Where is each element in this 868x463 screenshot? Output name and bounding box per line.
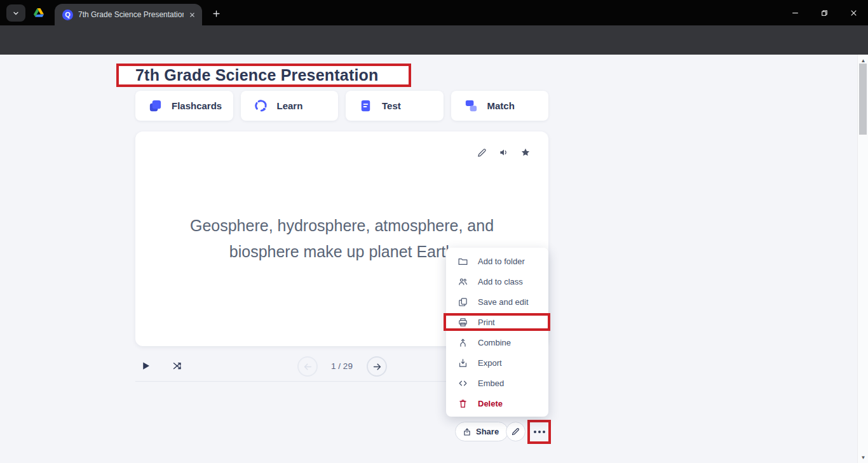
tab-title: 7th Grade Science Presentation	[78, 10, 184, 19]
set-title: 7th Grade Science Presentation	[135, 66, 379, 84]
card-counter: 1 / 29	[321, 361, 363, 371]
merge-icon	[458, 337, 468, 348]
audio-icon[interactable]	[498, 147, 510, 158]
minimize-button[interactable]	[780, 0, 810, 25]
shuffle-button[interactable]	[172, 360, 184, 372]
edit-card-icon[interactable]	[477, 147, 487, 158]
star-icon[interactable]	[520, 147, 531, 158]
menu-item-combine[interactable]: Combine	[446, 332, 548, 352]
window-controls	[780, 0, 868, 25]
users-icon	[458, 276, 468, 287]
flashcards-icon	[148, 98, 163, 113]
close-button[interactable]	[839, 0, 868, 25]
pinned-tab-drive[interactable]	[33, 7, 44, 18]
mode-label: Flashcards	[172, 100, 222, 111]
share-button[interactable]: Share	[455, 422, 508, 441]
title-annotation-box: 7th Grade Science Presentation	[116, 64, 411, 87]
study-modes: Flashcards Learn Test Match	[135, 91, 548, 121]
mode-label: Match	[487, 100, 515, 111]
pencil-icon	[511, 427, 520, 436]
next-card-button[interactable]	[367, 356, 387, 377]
dot-icon	[534, 431, 536, 433]
arrow-right-icon	[372, 361, 383, 372]
restore-button[interactable]	[810, 0, 839, 25]
mode-flashcards[interactable]: Flashcards	[135, 91, 233, 121]
shuffle-icon	[172, 360, 184, 372]
trash-icon	[458, 398, 468, 409]
menu-item-embed[interactable]: Embed	[446, 373, 548, 393]
mode-label: Test	[382, 100, 401, 111]
more-options-annotation-box	[527, 420, 551, 444]
menu-item-export[interactable]: Export	[446, 352, 548, 373]
share-icon	[463, 427, 471, 436]
share-label: Share	[476, 427, 499, 436]
printer-icon	[458, 317, 468, 328]
plus-icon	[212, 9, 221, 18]
page-scrollbar[interactable]: ▲ ▼	[857, 55, 868, 463]
arrow-left-icon	[302, 361, 313, 372]
menu-item-add-to-folder[interactable]: Add to folder	[446, 251, 548, 271]
mode-test[interactable]: Test	[346, 91, 444, 121]
menu-item-save-and-edit[interactable]: Save and edit	[446, 292, 548, 312]
test-icon	[358, 98, 373, 113]
tab-search-button[interactable]	[6, 4, 25, 22]
quizlet-page: ▲ ▼ 7th Grade Science Presentation Flash…	[0, 55, 868, 463]
match-icon	[464, 98, 478, 113]
scroll-down-icon[interactable]: ▼	[858, 453, 868, 462]
active-tab[interactable]: Q 7th Grade Science Presentation	[55, 4, 202, 25]
previous-card-button[interactable]	[297, 356, 318, 377]
quizlet-favicon: Q	[62, 10, 73, 20]
scrollbar-thumb[interactable]	[859, 64, 867, 135]
chevron-down-icon	[12, 10, 20, 17]
code-icon	[458, 378, 468, 389]
browser-toolbar: quizlet.com/923435932/7th-grade-science-…	[0, 25, 868, 55]
more-options-menu: Add to folder Add to class Save and edit…	[446, 248, 548, 417]
mode-learn[interactable]: Learn	[241, 91, 339, 121]
card-toolbar	[477, 147, 531, 158]
menu-item-delete[interactable]: Delete	[446, 393, 548, 413]
edit-set-button[interactable]	[506, 422, 526, 441]
copy-icon	[458, 297, 468, 307]
more-options-button[interactable]	[534, 431, 545, 433]
play-icon	[140, 360, 151, 372]
export-icon	[458, 358, 468, 368]
mode-label: Learn	[277, 100, 303, 111]
new-tab-button[interactable]	[208, 6, 224, 21]
learn-icon	[254, 98, 268, 113]
menu-item-print[interactable]: Print	[446, 312, 548, 332]
google-drive-icon	[33, 7, 44, 18]
menu-item-add-to-class[interactable]: Add to class	[446, 271, 548, 292]
play-button[interactable]	[140, 360, 151, 372]
tab-close-icon[interactable]	[189, 11, 196, 18]
folder-icon	[458, 256, 468, 267]
mode-match[interactable]: Match	[451, 91, 549, 121]
dot-icon	[543, 431, 545, 433]
browser-titlebar: Q 7th Grade Science Presentation	[0, 0, 868, 25]
dot-icon	[538, 431, 541, 433]
browser-window: Q 7th Grade Science Presentation quizlet…	[0, 0, 868, 463]
